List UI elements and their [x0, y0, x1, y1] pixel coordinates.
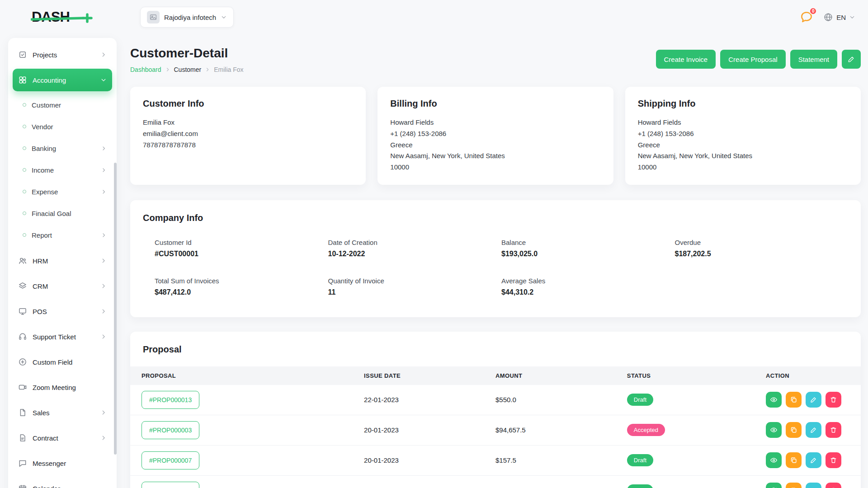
delete-button[interactable]	[826, 392, 841, 408]
proposal-id-link[interactable]: #PROP000013	[142, 391, 199, 409]
topbar-actions: 0 EN	[800, 10, 855, 24]
sidebar-subitem-customer[interactable]: Customer	[13, 95, 112, 115]
row-actions	[766, 422, 861, 438]
messenger-button[interactable]: 0	[800, 10, 813, 24]
chevron-down-icon	[221, 14, 227, 20]
sidebar-subitem-report[interactable]: Report	[13, 225, 112, 245]
edit-button[interactable]	[806, 483, 821, 488]
eye-icon	[770, 426, 778, 434]
status-badge: Draft	[627, 394, 653, 406]
row-actions	[766, 483, 861, 488]
bullet-icon	[23, 125, 26, 128]
duplicate-button[interactable]	[786, 392, 802, 408]
company-avatar	[147, 11, 160, 23]
sidebar-item-pos[interactable]: POS	[13, 300, 112, 323]
breadcrumb-item-dashboard[interactable]: Dashboard	[130, 66, 161, 73]
chevron-right-icon	[100, 283, 107, 289]
status-badge: Draft	[627, 484, 653, 488]
proposal-id-link[interactable]: #PROP000009	[142, 482, 199, 488]
sidebar-subitem-vendor[interactable]: Vendor	[13, 117, 112, 136]
sidebar-item-sales[interactable]: Sales	[13, 401, 112, 424]
sidebar-item-accounting[interactable]: Accounting	[13, 69, 112, 91]
duplicate-button[interactable]	[786, 452, 802, 468]
sidebar-item-label: Contract	[33, 434, 58, 442]
sidebar-item-support-ticket[interactable]: Support Ticket	[13, 325, 112, 348]
field-value: 11	[328, 288, 502, 296]
chevron-right-icon	[101, 232, 107, 238]
sidebar-item-zoom-meeting[interactable]: Zoom Meeting	[13, 376, 112, 399]
duplicate-button[interactable]	[786, 422, 802, 438]
file-icon	[18, 408, 27, 417]
breadcrumb-item-customer[interactable]: Customer	[174, 66, 202, 73]
info-line: New Aasamj, New York, United States	[638, 150, 848, 162]
issue-date-cell: 20-01-2023	[364, 475, 495, 488]
statement-button[interactable]: Statement	[790, 50, 837, 69]
bullet-icon	[23, 211, 26, 215]
delete-button[interactable]	[826, 422, 841, 438]
delete-button[interactable]	[826, 452, 841, 468]
bullet-icon	[23, 103, 26, 107]
duplicate-button[interactable]	[786, 483, 802, 488]
field-value: $487,412.0	[155, 288, 328, 296]
card-lines: Emilia Foxemilia@client.com7878787878787…	[143, 117, 353, 150]
page-actions: Create InvoiceCreate ProposalStatement	[656, 50, 861, 69]
view-button[interactable]	[766, 452, 782, 468]
sidebar-subitem-banking[interactable]: Banking	[13, 138, 112, 158]
proposal-id-link[interactable]: #PROP000007	[142, 451, 199, 469]
clipboard-check-icon	[18, 50, 27, 59]
page-title: Customer-Detail	[130, 46, 244, 61]
info-line: +1 (248) 153-2086	[390, 128, 600, 140]
info-line: Emilia Fox	[143, 117, 353, 128]
edit-button[interactable]	[806, 392, 821, 408]
main-content: Customer-Detail DashboardCustomerEmilia …	[130, 38, 861, 488]
edit-customer-button[interactable]	[842, 50, 861, 69]
sidebar-item-contract[interactable]: Contract	[13, 427, 112, 449]
sidebar-scrollbar[interactable]	[114, 163, 117, 455]
create-proposal-button[interactable]: Create Proposal	[720, 50, 785, 69]
info-line: Howard Fields	[638, 117, 848, 128]
table-header-row: PROPOSALISSUE DATEAMOUNTSTATUSACTION	[130, 366, 861, 385]
globe-icon	[823, 12, 833, 22]
app-logo[interactable]: DASH	[31, 9, 108, 26]
proposal-id-link[interactable]: #PROP000003	[142, 421, 199, 439]
sidebar-item-hrm[interactable]: HRM	[13, 249, 112, 272]
pencil-icon	[810, 426, 817, 434]
company-info-card: Company Info Customer Id#CUST00001Date o…	[130, 200, 861, 317]
company-selector[interactable]: Rajodiya infotech	[140, 7, 234, 28]
sidebar-item-messenger[interactable]: Messenger	[13, 452, 112, 474]
convert-button[interactable]	[766, 483, 782, 488]
sidebar-subitem-finacial-goal[interactable]: Finacial Goal	[13, 203, 112, 223]
status-badge: Draft	[627, 454, 653, 466]
sidebar-item-custom-field[interactable]: Custom Field	[13, 351, 112, 373]
chevron-right-icon	[100, 308, 107, 314]
delete-button[interactable]	[826, 483, 841, 488]
view-button[interactable]	[766, 422, 782, 438]
sidebar-subitem-expense[interactable]: Expense	[13, 182, 112, 202]
card-lines: Howard Fields+1 (248) 153-2086GreeceNew …	[638, 117, 848, 173]
sidebar-item-label: CRM	[33, 282, 48, 290]
field-total-sum-of-invoices: Total Sum of Invoices$487,412.0	[155, 277, 328, 296]
copy-icon	[790, 426, 797, 434]
field-label: Overdue	[675, 239, 849, 246]
edit-button[interactable]	[806, 452, 821, 468]
bullet-icon	[23, 190, 26, 193]
issue-date-cell: 20-01-2023	[364, 415, 495, 445]
view-button[interactable]	[766, 392, 782, 408]
sidebar-item-crm[interactable]: CRM	[13, 275, 112, 297]
card-title: Shipping Info	[638, 99, 848, 109]
chevron-right-icon	[165, 67, 170, 72]
sidebar-nav: ProjectsAccountingCustomerVendorBankingI…	[13, 43, 112, 488]
language-selector[interactable]: EN	[823, 12, 855, 22]
copy-icon	[790, 456, 797, 464]
sidebar-item-calendar[interactable]: Calendar	[13, 477, 112, 488]
info-line: New Aasamj, New York, United States	[390, 150, 600, 162]
create-invoice-button[interactable]: Create Invoice	[656, 50, 716, 69]
sidebar-subitem-income[interactable]: Income	[13, 160, 112, 180]
edit-button[interactable]	[806, 422, 821, 438]
proposal-table: PROPOSALISSUE DATEAMOUNTSTATUSACTION#PRO…	[130, 366, 861, 488]
eye-icon	[770, 396, 778, 404]
sidebar-item-projects[interactable]: Projects	[13, 43, 112, 66]
field-overdue: Overdue$187,202.5	[675, 239, 849, 258]
info-line: 78787878787878	[143, 140, 353, 151]
sidebar-item-label: Support Ticket	[33, 333, 76, 341]
